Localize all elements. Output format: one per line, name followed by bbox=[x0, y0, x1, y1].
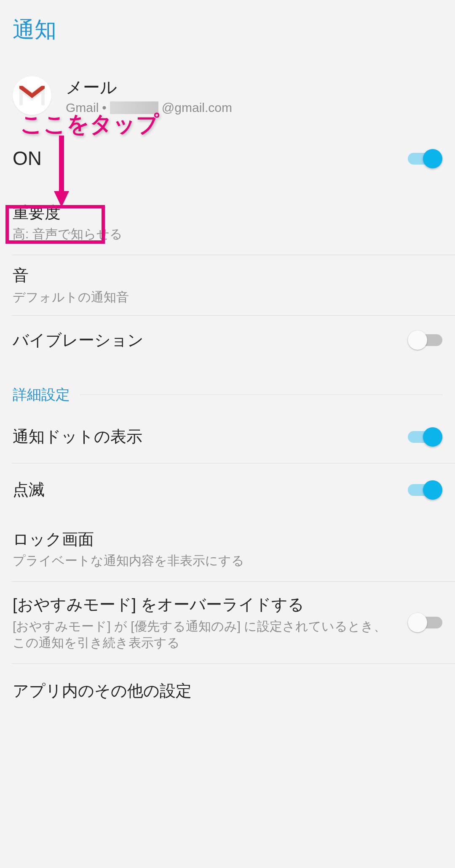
app-name: メール bbox=[66, 76, 232, 99]
notification-dot-row[interactable]: 通知ドットの表示 bbox=[0, 410, 455, 463]
lock-screen-sub: プライベートな通知内容を非表示にする bbox=[13, 552, 442, 569]
app-account: Gmail • @gmail.com bbox=[66, 101, 232, 115]
notification-dot-title: 通知ドットの表示 bbox=[13, 426, 408, 447]
importance-sub: 高: 音声で知らせる bbox=[13, 226, 442, 242]
lock-screen-title: ロック画面 bbox=[13, 529, 442, 550]
sound-row[interactable]: 音 デフォルトの通知音 bbox=[0, 255, 455, 315]
advanced-section-header: 詳細設定 bbox=[0, 365, 455, 410]
gmail-app-icon bbox=[13, 76, 51, 115]
lock-screen-row[interactable]: ロック画面 プライベートな通知内容を非表示にする bbox=[0, 517, 455, 581]
vibration-row[interactable]: バイブレーション bbox=[0, 316, 455, 365]
dnd-override-title: [おやすみモード] をオーバーライドする bbox=[13, 594, 398, 615]
sound-title: 音 bbox=[13, 265, 442, 286]
account-redacted-part bbox=[110, 101, 158, 114]
blink-switch[interactable] bbox=[408, 480, 442, 500]
app-identity-row: メール Gmail • @gmail.com bbox=[0, 49, 455, 128]
importance-row[interactable]: 重要度 高: 音声で知らせる bbox=[0, 190, 455, 255]
vibration-title: バイブレーション bbox=[13, 330, 408, 351]
notifications-on-switch[interactable] bbox=[408, 149, 442, 168]
notifications-on-row[interactable]: ON bbox=[0, 128, 455, 190]
advanced-section-line bbox=[80, 394, 442, 395]
importance-title: 重要度 bbox=[13, 202, 442, 223]
account-suffix: @gmail.com bbox=[162, 101, 232, 115]
notification-dot-switch[interactable] bbox=[408, 427, 442, 447]
account-separator: • bbox=[102, 101, 107, 115]
account-prefix: Gmail bbox=[66, 101, 99, 115]
vibration-switch[interactable] bbox=[408, 330, 442, 350]
sound-sub: デフォルトの通知音 bbox=[13, 289, 442, 305]
page-title: 通知 bbox=[0, 0, 455, 49]
blink-row[interactable]: 点滅 bbox=[0, 463, 455, 516]
advanced-section-label: 詳細設定 bbox=[13, 385, 70, 405]
gmail-envelope-icon bbox=[19, 86, 45, 105]
in-app-other-settings-row[interactable]: アプリ内のその他の設定 bbox=[0, 664, 455, 718]
blink-title: 点滅 bbox=[13, 479, 408, 500]
on-label: ON bbox=[13, 146, 408, 171]
in-app-other-settings-title: アプリ内のその他の設定 bbox=[13, 681, 442, 701]
dnd-override-row[interactable]: [おやすみモード] をオーバーライドする [おやすみモード] が [優先する通知… bbox=[0, 582, 455, 663]
dnd-override-switch[interactable] bbox=[408, 613, 442, 632]
dnd-override-sub: [おやすみモード] が [優先する通知のみ] に設定されているとき、この通知を引… bbox=[13, 618, 398, 651]
